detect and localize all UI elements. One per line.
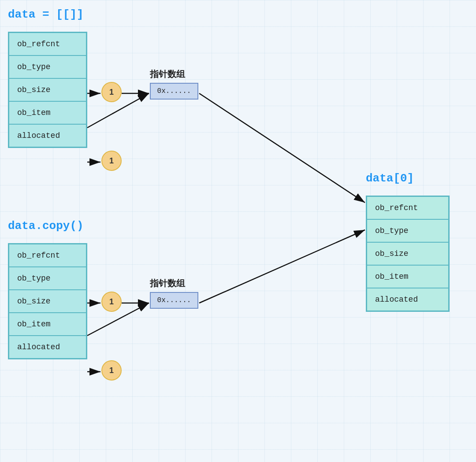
cell-allocated-0: allocated [367,288,449,311]
cell-type-1: ob_type [9,55,86,78]
title-copy: data.copy() [8,219,84,233]
cell-size-0: ob_size [367,242,449,265]
cell-item-2: ob_item [9,313,86,336]
cell-type-2: ob_type [9,267,86,290]
cell-size-2: ob_size [9,290,86,313]
struct-data0: ob_refcnt ob_type ob_size ob_item alloca… [366,196,450,312]
diagram-container: data = [[]] ob_refcnt ob_type ob_size ob… [0,0,476,462]
title-data0: data[0] [366,172,414,185]
ptr-label-top: 指针数组 [150,68,185,80]
cell-item-0: ob_item [367,265,449,288]
struct-data: ob_refcnt ob_type ob_size ob_item alloca… [8,32,87,148]
struct-copy: ob_refcnt ob_type ob_size ob_item alloca… [8,243,87,359]
ptr-box-bottom: 0x...... [150,292,198,309]
cell-size-1: ob_size [9,78,86,101]
cell-allocated-2: allocated [9,336,86,359]
title-data: data = [[]] [8,8,84,21]
bubble-allocated-1: 1 [101,151,122,171]
cell-refcnt-2: ob_refcnt [9,244,86,267]
cell-refcnt-1: ob_refcnt [9,33,86,55]
ptr-label-bottom: 指针数组 [150,277,185,289]
cell-item-1: ob_item [9,101,86,124]
cell-type-0: ob_type [367,219,449,242]
ptr-box-top: 0x...... [150,83,198,100]
bubble-size-1: 1 [101,82,122,102]
bubble-allocated-2: 1 [101,360,122,381]
cell-refcnt-0: ob_refcnt [367,196,449,219]
cell-allocated-1: allocated [9,124,86,147]
bubble-size-2: 1 [101,292,122,312]
